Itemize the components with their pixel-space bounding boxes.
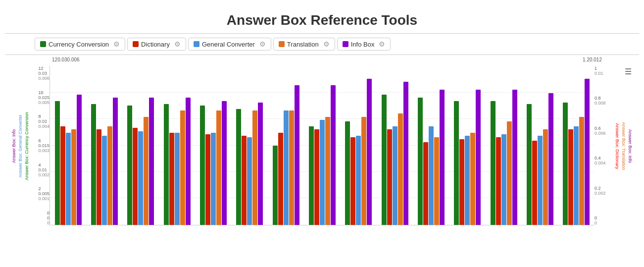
bar-currency-Mar-5 [200,106,205,225]
bar-translation-Mar-2 [107,126,112,225]
bar-infobox-Mar-11 [440,90,445,225]
bar-dictionary-Mar-11 [423,142,428,225]
bar-converter-Mar-5 [211,133,216,225]
gear-icon-translation[interactable]: ⚙ [323,40,330,48]
bar-infobox-Mar-9 [367,79,372,225]
top-axis-label-r0012: 0.012 [590,57,602,66]
bar-infobox-Mar-4 [186,98,191,225]
bar-infobox-Mar-10 [403,82,408,225]
legend-dot-currency [40,41,46,47]
bar-currency-Mar-6 [236,109,241,225]
bar-translation-Mar-3 [144,117,149,225]
legend-item-converter[interactable]: General Converter ⚙ [188,38,271,51]
page: Answer Box Reference Tools Currency Conv… [0,0,644,267]
y-axis-right-ticks: 10.01 0.80.008 0.60.006 0.40.004 0.20.00… [594,66,613,225]
bar-translation-Mar-14 [543,129,548,225]
axis-title-converter-left: Answer Box: General Converter [17,67,23,225]
legend-item-dictionary[interactable]: Dictionary ⚙ [127,38,186,51]
top-axis-row: 12 0.03 0.006 1.2 0.012 [50,57,604,66]
bar-translation-Mar-4 [180,110,185,225]
gear-icon-infobox[interactable]: ⚙ [379,40,385,48]
bar-group-Mar-6: Mar 6 [233,66,266,225]
bar-group-Mar-8: Mar 8 [306,66,339,225]
bar-dictionary-Mar-5 [205,134,210,225]
bar-dictionary-Mar-12 [459,139,464,225]
legend-bar: Currency Conversion ⚙ Dictionary ⚙ Gener… [5,33,639,55]
bar-dictionary-Mar-3 [133,128,138,225]
bar-dictionary-Mar-2 [97,129,101,225]
bar-converter-Mar-15 [574,126,579,225]
bar-translation-Mar-10 [398,113,403,225]
bar-infobox-Mar-14 [548,93,553,225]
bar-converter-Mar-2 [102,136,107,225]
bar-currency-Mar-7 [273,146,278,225]
bar-translation-Mar-5 [216,110,221,225]
bar-infobox-Mar-3 [149,98,154,225]
y-tick-r1: 10.01 [594,66,603,76]
bar-dictionary-Mar-14 [532,141,537,225]
bar-translation-Mar-13 [507,121,512,225]
bar-translation-Mar-12 [470,133,475,225]
y-tick-8: 80.020.004 [38,114,50,129]
bar-currency-Mar-10 [382,95,387,225]
legend-item-translation[interactable]: Translation ⚙ [273,38,335,51]
bar-converter-Mar-6 [247,137,252,225]
y-tick-10: 100.0250.005 [38,90,50,105]
bar-currency-Mar-1 [55,101,60,225]
axis-title-translation-right: Answer Box: Translation [621,67,627,225]
bar-group-Mar-9: Mar 9 [342,66,375,225]
bar-translation-Mar-1 [71,129,76,225]
bar-group-Mar-11: Mar 11 [415,66,448,225]
bar-group-Mar-1: Mar 1 [51,66,85,225]
bar-group-Mar-3: Mar 3 [124,66,157,225]
bar-currency-Mar-3 [127,106,132,225]
bar-group-Mar-2: Mar 2 [88,66,121,225]
y-tick-4: 40.010.002 [38,162,50,177]
axis-title-info-right: Answer Box: Info [627,67,633,225]
bar-dictionary-Mar-8 [314,129,319,225]
bar-infobox-Mar-2 [113,98,118,225]
bar-converter-Mar-9 [356,136,361,225]
bar-converter-Mar-14 [538,136,543,225]
bar-group-Mar-4: Mar 4 [160,66,194,225]
top-axis-label-0006: 0.006 [67,57,80,66]
legend-item-infobox[interactable]: Info Box ⚙ [337,38,391,51]
legend-label-translation: Translation [287,41,319,48]
bar-currency-Mar-2 [91,104,96,225]
gear-icon-converter[interactable]: ⚙ [259,40,266,48]
top-axis-label-003: 0.03 [57,57,67,66]
bar-translation-Mar-9 [361,117,366,225]
y-tick-12: 120.030.006 [38,66,50,81]
bar-group-Mar-13: Mar 13 [487,66,520,225]
bar-converter-Mar-3 [138,131,143,225]
bar-infobox-Mar-7 [295,85,299,225]
bar-translation-Mar-7 [289,110,294,225]
gear-icon-dictionary[interactable]: ⚙ [174,40,181,48]
y-tick-6: 60.0150.003 [38,138,50,153]
bar-dictionary-Mar-1 [60,126,65,225]
bar-converter-Mar-8 [320,120,325,225]
bar-currency-Mar-15 [563,103,568,225]
y-tick-r08: 0.80.008 [594,96,606,106]
bar-dictionary-Mar-9 [350,137,355,225]
axis-title-dictionary-right: Answer Box: Dictionary [614,67,620,225]
bar-infobox-Mar-12 [476,90,481,225]
bar-dictionary-Mar-7 [278,133,283,225]
bar-group-Mar-5: Mar 5 [197,66,230,225]
legend-label-infobox: Info Box [351,41,375,48]
bar-translation-Mar-11 [434,137,439,225]
y-tick-r06: 0.60.006 [594,126,606,136]
bar-currency-Mar-4 [164,104,169,225]
gear-icon-currency[interactable]: ⚙ [113,40,120,48]
y-axis-left-ticks: 120.030.006 100.0250.005 80.020.004 60.0… [31,66,50,225]
bar-infobox-Mar-5 [222,101,227,225]
bar-converter-Mar-13 [501,134,506,225]
legend-item-currency[interactable]: Currency Conversion ⚙ [35,38,125,51]
bar-dictionary-Mar-6 [242,136,247,225]
legend-dot-translation [279,41,285,47]
bar-currency-Mar-14 [527,104,532,225]
bar-infobox-Mar-1 [77,95,82,225]
legend-label-converter: General Converter [202,41,255,48]
y-tick-r02: 0.20.002 [594,186,606,196]
bar-currency-Mar-13 [491,101,495,225]
